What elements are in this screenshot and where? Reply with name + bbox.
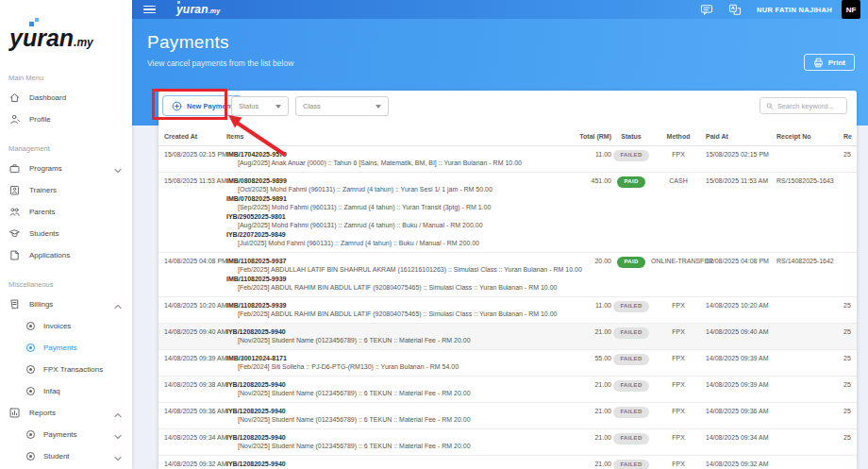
table-row[interactable]: 14/08/2025 09:38 AM IYB/12082025-9940[No… — [159, 376, 857, 402]
cell-total: 55.00 — [555, 354, 611, 372]
caret-down-icon — [376, 105, 381, 109]
topbar-brand-logo[interactable]: yuran.my — [176, 3, 220, 16]
table-row[interactable]: 14/08/2025 09:40 AM IYB/12082025-9940[No… — [159, 323, 857, 349]
sidebar-item-programs[interactable]: Programs — [0, 158, 132, 179]
cell-receipt-no — [776, 301, 843, 319]
chevron-up-icon — [114, 405, 122, 422]
cell-receipt-no: RS/15082025-1643 — [776, 176, 843, 248]
table-row[interactable]: 15/08/2025 02:15 PM IMB/17042025-9579[Au… — [159, 146, 857, 172]
chat-icon[interactable] — [700, 4, 713, 15]
cell-receipt-no — [776, 354, 843, 372]
cell-items: IYB/12082025-9940[Nov/2025] Student Name… — [226, 433, 555, 451]
status-filter-label: Status — [239, 102, 259, 110]
print-label: Print — [828, 59, 845, 67]
cell-items: IYB/12082025-9940[Nov/2025] Student Name… — [226, 380, 555, 398]
payments-card: New Payment Status Class Created At Item… — [159, 91, 857, 469]
cell-total: 11.00 — [555, 301, 611, 319]
sidebar-item-dashboard[interactable]: Dashboard — [0, 87, 132, 109]
cell-paid-at: 15/08/2025 02:15 PM — [706, 150, 776, 168]
sidebar-item-fpx-transactions[interactable]: FPX Transactions — [0, 359, 132, 380]
cell-paid-at: 15/08/2025 11:53 AM — [706, 176, 776, 248]
sidebar-item-invoices[interactable]: Invoices — [0, 315, 132, 337]
table-row[interactable]: 14/08/2025 04:08 PM IMB/11082025-9937[Fe… — [159, 252, 857, 296]
sidebar-item-profile[interactable]: Profile — [0, 109, 132, 130]
cell-method: FPX — [651, 301, 706, 319]
item-description: [Feb/2025] ABDUL RAHIM BIN ABDUL LATIF (… — [226, 310, 555, 319]
table-row[interactable]: 14/08/2025 10:20 AM IMB/11082025-9939[Fe… — [159, 296, 857, 323]
item-code: IYB/29052025-9801 — [226, 212, 555, 222]
col-receipt-no: Receipt No — [776, 132, 843, 142]
search-input[interactable] — [777, 102, 841, 110]
cell-receipt-no — [776, 407, 843, 425]
table-row[interactable]: 14/08/2025 09:39 AM IMB/30012024-8171[Fe… — [159, 349, 857, 376]
table-row[interactable]: 14/08/2025 09:32 AM IYB/12082025-9940[No… — [159, 455, 857, 469]
sidebar-item-infaq[interactable]: Infaq — [0, 380, 132, 402]
chevron-up-icon — [114, 296, 122, 313]
cell-paid-at: 14/08/2025 09:34 AM — [706, 433, 776, 451]
cell-method: FPX — [651, 327, 706, 345]
sidebar-item-trainers[interactable]: Trainers — [0, 179, 132, 201]
status-badge: PAID — [617, 176, 644, 189]
sidebar-item-payments[interactable]: Payments — [0, 337, 132, 359]
sidebar-item-students[interactable]: Students — [0, 223, 132, 244]
item-description: [Oct/2025] Mohd Fahmi (960131) :: Zamrud… — [226, 185, 555, 194]
section-label-management: Management — [8, 144, 123, 153]
col-paid-at: Paid At — [706, 132, 776, 142]
search-box[interactable] — [760, 97, 847, 114]
sidebar-item-label: Payments — [43, 343, 77, 352]
col-total: Total (RM) — [555, 132, 611, 142]
cell-paid-at: 12/08/2025 04:08 PM — [706, 257, 776, 293]
cell-total: 451.00 — [555, 176, 611, 248]
user-name[interactable]: NUR FATIN NAJIHAH — [757, 6, 832, 14]
cell-method: FPX — [651, 460, 706, 469]
sidebar-item-label: Profile — [29, 115, 51, 124]
sidebar-item-billings[interactable]: Billings — [0, 293, 132, 315]
item-code: IMB/07082025-9891 — [226, 194, 555, 204]
class-filter-select[interactable]: Class — [295, 96, 389, 116]
col-ref: Re — [843, 132, 857, 142]
sidebar-item-reports[interactable]: Reports — [0, 402, 132, 424]
item-code: IYB/12082025-9940 — [226, 433, 555, 443]
translate-icon[interactable] — [728, 4, 742, 15]
table-row[interactable]: 14/08/2025 09:34 AM IYB/12082025-9940[No… — [159, 428, 857, 455]
table-row[interactable]: 14/08/2025 09:36 AM IYB/12082025-9940[No… — [159, 402, 857, 428]
table-row[interactable]: 15/08/2025 11:53 AM IMB/08082025-9899[Oc… — [159, 172, 857, 252]
sidebar-item-label: Dashboard — [29, 93, 66, 102]
cell-paid-at: 14/08/2025 10:20 AM — [706, 301, 776, 319]
item-description: [Aug/2025] Mohd Fahmi (960131) :: Zamrud… — [226, 221, 555, 230]
cell-status: FAILED — [611, 380, 651, 398]
cell-total: 20.00 — [555, 257, 611, 293]
item-description: [Nov/2025] Student Name (0123456789) :: … — [226, 442, 555, 451]
cell-ref: 25 — [843, 354, 857, 372]
sidebar-brand-logo[interactable]: yuran.my — [9, 21, 132, 59]
item-code: IYB/12082025-9940 — [226, 407, 555, 416]
status-filter-select[interactable]: Status — [231, 96, 289, 116]
print-button[interactable]: Print — [804, 54, 855, 71]
cell-receipt-no — [776, 380, 843, 398]
col-items: Items — [226, 132, 555, 142]
person-icon — [8, 113, 21, 126]
sidebar-item-reports-payments[interactable]: Payments — [0, 424, 132, 445]
new-payment-label: New Payment — [187, 102, 233, 110]
page-subtitle: View cancel payments from the list below — [147, 59, 293, 68]
sidebar: yuran.my Main Menu Dashboard Profile Man… — [0, 0, 132, 469]
cell-total: 21.00 — [555, 327, 611, 345]
cell-ref — [843, 257, 857, 293]
people-icon — [8, 206, 21, 218]
cell-receipt-no: RS/14082025-1642 — [776, 257, 843, 293]
brand-suffix: .my — [209, 8, 221, 14]
sidebar-item-parents[interactable]: Parents — [0, 201, 132, 223]
sidebar-item-applications[interactable]: Applications — [0, 244, 132, 266]
cell-paid-at: 14/08/2025 09:39 AM — [706, 380, 776, 398]
item-code: IYB/12082025-9940 — [226, 460, 555, 469]
radio-icon — [26, 430, 35, 439]
sidebar-item-label: FPX Transactions — [43, 365, 103, 374]
avatar[interactable]: NF — [842, 0, 860, 19]
cell-status: FAILED — [611, 354, 651, 372]
search-icon — [766, 102, 774, 110]
radio-icon — [26, 322, 35, 330]
hamburger-menu-icon[interactable] — [143, 6, 156, 14]
status-badge: FAILED — [613, 354, 648, 366]
sidebar-item-reports-student[interactable]: Student — [0, 445, 132, 467]
cell-ref: 25 — [843, 150, 857, 168]
